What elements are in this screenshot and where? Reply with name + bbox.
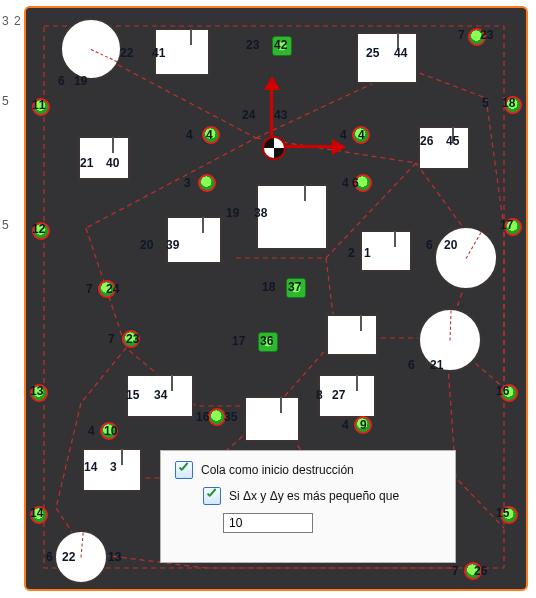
drill-point[interactable] bbox=[30, 384, 48, 402]
drill-point[interactable] bbox=[32, 222, 50, 240]
drill-point[interactable] bbox=[354, 416, 372, 434]
drill-point[interactable] bbox=[198, 174, 216, 192]
part-circle[interactable] bbox=[418, 308, 482, 372]
part-circle[interactable] bbox=[54, 530, 108, 584]
checkbox-queue-as-destruction-start[interactable] bbox=[175, 461, 193, 479]
drill-point[interactable] bbox=[122, 330, 140, 348]
checkbox-delta-smaller-than[interactable] bbox=[203, 487, 221, 505]
part-rect[interactable] bbox=[360, 230, 412, 272]
drill-point[interactable] bbox=[208, 408, 226, 426]
axis-arrowhead bbox=[332, 139, 346, 155]
drill-point[interactable] bbox=[32, 98, 50, 116]
checkbox-label: Si Δx y Δy es más pequeño que bbox=[229, 489, 399, 503]
part-hole[interactable] bbox=[286, 278, 306, 298]
part-circle[interactable] bbox=[434, 226, 498, 290]
part-rect[interactable] bbox=[126, 374, 194, 418]
threshold-input[interactable] bbox=[223, 513, 313, 533]
part-rect[interactable] bbox=[356, 32, 418, 84]
part-rect[interactable] bbox=[82, 448, 142, 492]
drill-point[interactable] bbox=[100, 422, 118, 440]
options-panel: Cola como inicio destrucción Si Δx y Δy … bbox=[160, 450, 456, 563]
drill-point[interactable] bbox=[504, 218, 522, 236]
drill-point[interactable] bbox=[500, 384, 518, 402]
drill-point[interactable] bbox=[504, 96, 522, 114]
drill-point[interactable] bbox=[352, 126, 370, 144]
axis-arrowhead bbox=[264, 76, 280, 90]
part-rect[interactable] bbox=[318, 374, 376, 418]
part-rect[interactable] bbox=[244, 396, 300, 442]
drill-point[interactable] bbox=[354, 174, 372, 192]
axis-label: 3 bbox=[2, 14, 9, 28]
part-rect[interactable] bbox=[326, 314, 378, 356]
part-circle[interactable] bbox=[60, 18, 122, 80]
drill-point[interactable] bbox=[30, 506, 48, 524]
layout-board[interactable]: 22 41 23 42 25 44 7 23 6 19 11 5 18 24 4… bbox=[24, 6, 528, 591]
part-hole[interactable] bbox=[258, 332, 278, 352]
axis-label: 2 bbox=[14, 14, 21, 28]
axis-label: 5 bbox=[2, 94, 9, 108]
axis-arrow-x bbox=[282, 145, 334, 148]
part-rect[interactable] bbox=[166, 216, 222, 264]
origin-symbol[interactable] bbox=[262, 136, 286, 160]
part-rect[interactable] bbox=[154, 28, 210, 76]
checkbox-label: Cola como inicio destrucción bbox=[201, 463, 354, 477]
part-hole[interactable] bbox=[272, 36, 292, 56]
drill-point[interactable] bbox=[202, 126, 220, 144]
axis-arrow-y bbox=[270, 84, 273, 140]
drill-point[interactable] bbox=[500, 506, 518, 524]
part-rect[interactable] bbox=[256, 184, 328, 250]
part-rect[interactable] bbox=[78, 136, 130, 180]
part-rect[interactable] bbox=[418, 126, 470, 170]
drill-point[interactable] bbox=[98, 280, 116, 298]
axis-label: 5 bbox=[2, 218, 9, 232]
drill-point[interactable] bbox=[468, 28, 486, 46]
drill-point[interactable] bbox=[464, 562, 482, 580]
